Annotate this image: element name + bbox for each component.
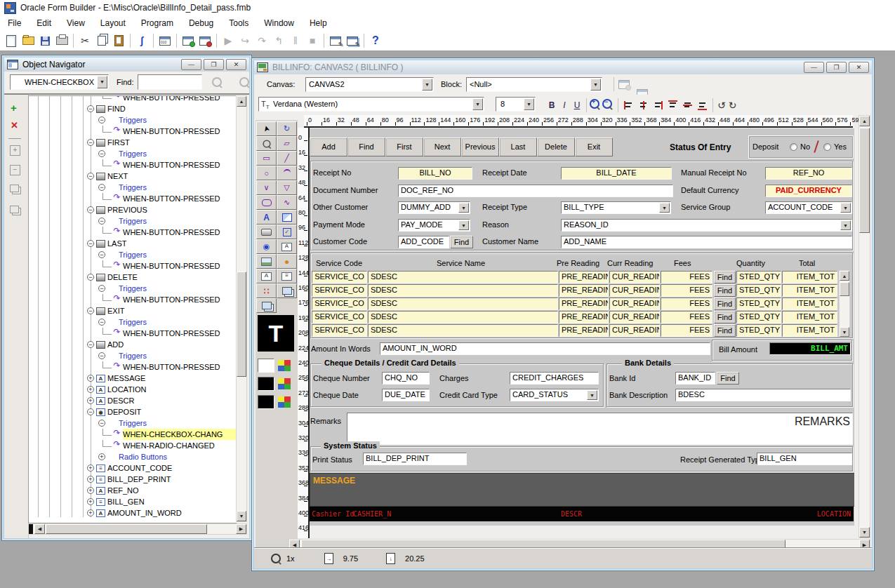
tree-item-exit[interactable]: −EXIT [29,305,237,316]
find-input[interactable] [138,74,202,90]
tree-item-ref-no[interactable]: +AREF_NO [29,485,237,496]
menu-program[interactable]: Program [133,15,181,31]
receipt-date-field[interactable]: BILL_DATE [561,167,672,180]
line-color-well[interactable] [258,377,274,391]
connect-icon[interactable]: ʃ [133,32,150,49]
show-canvas-icon[interactable] [618,80,630,89]
service-code-field[interactable]: SERVICE_CO [312,311,367,323]
italic-button[interactable]: I [558,100,571,110]
select-tool-icon[interactable]: ➤ [256,121,277,136]
ellipse-tool-icon[interactable]: ○ [256,166,277,180]
expander-icon[interactable]: + [87,397,94,404]
table-scrollbar[interactable]: ▲▼ [839,270,850,338]
tree-item-message[interactable]: +AMESSAGE [29,373,237,384]
frame-tool-icon[interactable] [277,210,297,225]
bank-find-button[interactable]: Find [717,372,739,385]
tree-item-when-button-pressed[interactable]: ↷WHEN-BUTTON-PRESSED [29,328,237,339]
curr-reading-field[interactable]: CUR_READIN [609,271,660,283]
navigator-vscrollbar[interactable]: ▲ ▼ [236,95,247,522]
expander-icon[interactable]: − [87,274,94,281]
expander-icon[interactable]: + [87,375,94,382]
service-code-field[interactable]: SERVICE_CO [312,271,367,283]
align-center-icon[interactable] [638,100,649,110]
font-size-combo[interactable]: 8 ▼ [496,97,536,112]
fees-field[interactable]: FEES [661,271,712,283]
chevron-down-icon[interactable]: ▼ [587,390,597,400]
polyline-tool-icon[interactable]: ∨ [256,180,277,195]
zoom-in-icon[interactable]: + [590,99,602,112]
delete-icon[interactable]: ✕ [11,120,18,131]
tree-item-find[interactable]: −FIND [29,103,237,114]
text-color-well[interactable] [258,395,274,409]
collapse-all-icon[interactable] [10,206,19,213]
row-find-button[interactable]: Find [714,284,736,297]
font-tool-icon[interactable]: T [258,315,294,352]
default-currency-field[interactable]: PAID_CURRENCY [765,185,852,197]
quantity-field[interactable]: STED_QTY [736,298,781,310]
menu-debug[interactable]: Debug [181,15,221,31]
underline-button[interactable]: U [571,100,583,110]
pre-reading-field[interactable]: PRE_READIN [559,311,609,323]
service-name-field[interactable]: SDESC [368,311,558,323]
pre-reading-field[interactable]: PRE_READIN [559,271,609,283]
scroll-up-icon[interactable]: ▲ [859,116,870,126]
quantity-field[interactable]: STED_QTY [736,324,781,337]
pre-reading-field[interactable]: PRE_READIN [559,298,609,310]
tree-item-last[interactable]: −LAST [29,238,237,249]
scroll-thumb[interactable] [859,128,870,233]
list-item-tool-icon[interactable]: ≡ [277,269,297,283]
expander-icon[interactable]: − [87,139,94,146]
expander-icon[interactable]: − [98,150,105,157]
tree-item-descr[interactable]: +ADESCR [29,395,237,406]
deposit-yes-radio[interactable] [823,143,831,151]
tree-item-radio-buttons[interactable]: +Radio Buttons [29,451,237,462]
tree-item-when-button-pressed[interactable]: ↷WHEN-BUTTON-PRESSED [29,159,237,171]
expander-icon[interactable]: − [87,408,94,415]
check-box-tool-icon[interactable]: ✓ [277,225,297,239]
quantity-field[interactable]: STED_QTY [736,311,781,323]
create-icon[interactable]: + [11,102,17,114]
debug-console-icon[interactable] [180,32,197,49]
tree-item-delete[interactable]: −DELETE [29,272,237,283]
fill-color-icon[interactable] [278,360,291,371]
service-code-field[interactable]: SERVICE_CO [312,284,367,297]
cheque-date-field[interactable]: DUE_DATE [382,389,430,401]
freehand-tool-icon[interactable]: ∿ [277,195,297,210]
pause-icon[interactable]: ‖ [287,32,304,49]
chevron-down-icon[interactable]: ▼ [659,203,670,213]
canvas-combo[interactable]: CANVAS2 ▼ [305,77,434,92]
curr-reading-field[interactable]: CUR_READIN [609,311,660,323]
menu-window[interactable]: Window [256,15,302,31]
document-number-field[interactable]: DOC_REF_NO [398,185,673,197]
receipt-type-combo[interactable]: BILL_TYPE▼ [561,201,671,214]
step-over-icon[interactable]: ↷ [253,32,270,49]
scroll-up-icon[interactable]: ▲ [237,96,246,107]
total-field[interactable]: ITEM_TOT [782,271,837,283]
tree-item-triggers[interactable]: −Triggers [29,182,237,193]
object-navigator-titlebar[interactable]: Object Navigator — ❐ ✕ [4,58,249,72]
quantity-field[interactable]: STED_QTY [736,271,781,283]
scroll-thumb[interactable] [237,272,246,377]
expander-icon[interactable]: − [98,116,105,123]
tree-item-when-radio-changed[interactable]: ↷WHEN-RADIO-CHANGED [29,440,237,451]
help-icon[interactable]: ? [367,32,384,49]
magnify-tool-icon[interactable] [256,136,277,151]
reshape-tool-icon[interactable]: ▱ [277,136,297,151]
bank-description-field[interactable]: BDESC [675,389,851,401]
cut-icon[interactable]: ✂ [77,32,93,49]
expand-all-icon[interactable] [10,185,19,192]
rotate-right-icon[interactable]: ↻ [729,100,737,111]
curr-reading-field[interactable]: CUR_READIN [609,298,660,310]
quantity-field[interactable]: STED_QTY [736,284,781,297]
align-right-icon[interactable] [653,100,663,110]
scroll-thumb[interactable] [46,524,207,534]
billinfo-titlebar[interactable]: BILLINFO: CANVAS2 ( BILLINFO ) — ❐ ✕ [254,60,872,74]
expander-icon[interactable]: − [87,173,94,180]
expander-icon[interactable]: − [98,184,105,191]
charges-field[interactable]: CREDIT_CHARGES [510,372,599,385]
align-top-icon[interactable] [668,100,678,110]
fees-field[interactable]: FEES [661,284,712,297]
scroll-down-icon[interactable]: ▼ [237,511,246,521]
canvas-view-tool-icon[interactable] [277,283,297,298]
tree-item-bill-gen[interactable]: +≡BILL_GEN [29,496,237,507]
